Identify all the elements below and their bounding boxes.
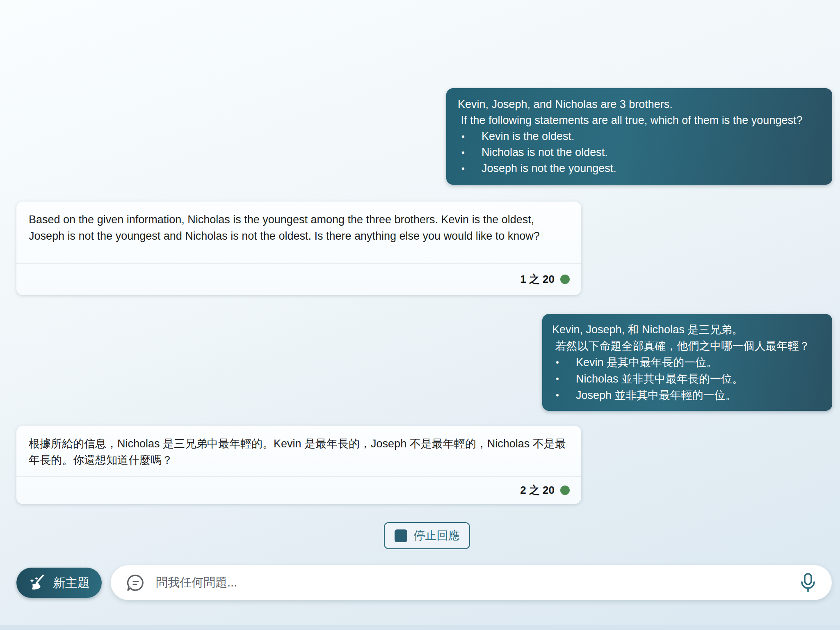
turn-counter: 2 之 20 bbox=[520, 483, 555, 497]
status-dot-icon bbox=[560, 486, 570, 495]
bullet-icon: • bbox=[552, 371, 576, 387]
stop-icon bbox=[395, 529, 407, 542]
bullet-icon: • bbox=[458, 128, 482, 144]
bullet-icon: • bbox=[458, 144, 482, 160]
bullet-text: Kevin 是其中最年長的一位。 bbox=[576, 354, 717, 371]
stop-button-label: 停止回應 bbox=[414, 528, 460, 543]
message-footer: 2 之 20 bbox=[16, 476, 581, 504]
bullet-icon: • bbox=[458, 160, 482, 176]
bot-message-english: Based on the given information, Nicholas… bbox=[16, 202, 581, 295]
chat-bubble-icon bbox=[125, 572, 146, 593]
status-dot-icon bbox=[560, 275, 570, 284]
chat-input-container bbox=[111, 565, 832, 600]
bullet-icon: • bbox=[552, 387, 576, 403]
message-line: Kevin, Joseph, and Nicholas are 3 brothe… bbox=[458, 96, 821, 112]
message-footer: 1 之 20 bbox=[16, 263, 581, 295]
bullet-icon: • bbox=[552, 354, 576, 371]
bottom-edge-strip bbox=[0, 625, 840, 630]
bullet-item: • Kevin is the oldest. bbox=[458, 128, 821, 144]
message-line: If the following statements are all true… bbox=[458, 112, 821, 128]
bullet-text: Joseph 並非其中最年輕的一位。 bbox=[576, 387, 737, 403]
bot-message-chinese: 根據所給的信息，Nicholas 是三兄弟中最年輕的。Kevin 是最年長的，J… bbox=[16, 426, 581, 504]
bot-message-text: 根據所給的信息，Nicholas 是三兄弟中最年輕的。Kevin 是最年長的，J… bbox=[16, 426, 581, 476]
microphone-icon[interactable] bbox=[798, 572, 818, 593]
message-line: Kevin, Joseph, 和 Nicholas 是三兄弟。 bbox=[552, 321, 822, 338]
new-topic-label: 新主題 bbox=[53, 575, 90, 591]
bullet-item: • Kevin 是其中最年長的一位。 bbox=[552, 354, 822, 371]
bullet-item: • Nicholas is not the oldest. bbox=[458, 144, 821, 160]
bullet-text: Joseph is not the youngest. bbox=[482, 160, 616, 176]
bullet-text: Nicholas 並非其中最年長的一位。 bbox=[576, 371, 743, 387]
bullet-item: • Joseph is not the youngest. bbox=[458, 160, 821, 176]
bullet-item: • Nicholas 並非其中最年長的一位。 bbox=[552, 371, 822, 387]
bullet-text: Kevin is the oldest. bbox=[482, 128, 575, 144]
new-topic-button[interactable]: 新主題 bbox=[16, 568, 102, 598]
stop-responding-button[interactable]: 停止回應 bbox=[384, 522, 470, 549]
user-message-chinese: Kevin, Joseph, 和 Nicholas 是三兄弟。 若然以下命題全部… bbox=[542, 314, 832, 411]
bullet-item: • Joseph 並非其中最年輕的一位。 bbox=[552, 387, 822, 403]
message-line: 若然以下命題全部真確，他們之中哪一個人最年輕？ bbox=[552, 338, 822, 354]
user-message-english: Kevin, Joseph, and Nicholas are 3 brothe… bbox=[446, 88, 832, 185]
chat-input[interactable] bbox=[156, 576, 788, 589]
bot-message-text: Based on the given information, Nicholas… bbox=[16, 202, 581, 263]
bullet-text: Nicholas is not the oldest. bbox=[482, 144, 608, 160]
turn-counter: 1 之 20 bbox=[520, 272, 555, 286]
broom-icon bbox=[28, 574, 46, 592]
